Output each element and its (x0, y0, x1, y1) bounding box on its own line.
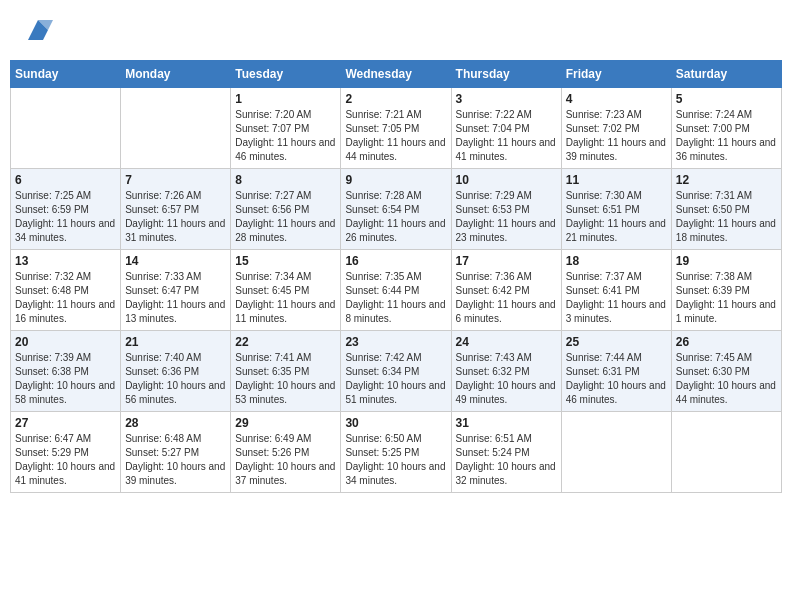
calendar-cell: 25Sunrise: 7:44 AM Sunset: 6:31 PM Dayli… (561, 331, 671, 412)
day-info: Sunrise: 7:24 AM Sunset: 7:00 PM Dayligh… (676, 108, 777, 164)
column-header-monday: Monday (121, 61, 231, 88)
day-number: 3 (456, 92, 557, 106)
header (10, 10, 782, 50)
column-header-saturday: Saturday (671, 61, 781, 88)
day-info: Sunrise: 7:45 AM Sunset: 6:30 PM Dayligh… (676, 351, 777, 407)
day-number: 27 (15, 416, 116, 430)
calendar-cell: 28Sunrise: 6:48 AM Sunset: 5:27 PM Dayli… (121, 412, 231, 493)
day-number: 8 (235, 173, 336, 187)
calendar-cell: 26Sunrise: 7:45 AM Sunset: 6:30 PM Dayli… (671, 331, 781, 412)
calendar-cell: 13Sunrise: 7:32 AM Sunset: 6:48 PM Dayli… (11, 250, 121, 331)
day-info: Sunrise: 6:47 AM Sunset: 5:29 PM Dayligh… (15, 432, 116, 488)
day-number: 1 (235, 92, 336, 106)
day-info: Sunrise: 7:37 AM Sunset: 6:41 PM Dayligh… (566, 270, 667, 326)
day-number: 15 (235, 254, 336, 268)
column-header-wednesday: Wednesday (341, 61, 451, 88)
day-number: 12 (676, 173, 777, 187)
calendar-week-row: 1Sunrise: 7:20 AM Sunset: 7:07 PM Daylig… (11, 88, 782, 169)
day-info: Sunrise: 7:38 AM Sunset: 6:39 PM Dayligh… (676, 270, 777, 326)
calendar-cell: 1Sunrise: 7:20 AM Sunset: 7:07 PM Daylig… (231, 88, 341, 169)
day-number: 20 (15, 335, 116, 349)
day-info: Sunrise: 6:50 AM Sunset: 5:25 PM Dayligh… (345, 432, 446, 488)
calendar-header-row: SundayMondayTuesdayWednesdayThursdayFrid… (11, 61, 782, 88)
day-info: Sunrise: 6:51 AM Sunset: 5:24 PM Dayligh… (456, 432, 557, 488)
day-info: Sunrise: 7:31 AM Sunset: 6:50 PM Dayligh… (676, 189, 777, 245)
day-info: Sunrise: 7:42 AM Sunset: 6:34 PM Dayligh… (345, 351, 446, 407)
day-number: 29 (235, 416, 336, 430)
day-number: 14 (125, 254, 226, 268)
calendar-cell: 8Sunrise: 7:27 AM Sunset: 6:56 PM Daylig… (231, 169, 341, 250)
day-number: 9 (345, 173, 446, 187)
day-number: 23 (345, 335, 446, 349)
calendar-cell: 11Sunrise: 7:30 AM Sunset: 6:51 PM Dayli… (561, 169, 671, 250)
calendar-cell: 29Sunrise: 6:49 AM Sunset: 5:26 PM Dayli… (231, 412, 341, 493)
calendar-week-row: 20Sunrise: 7:39 AM Sunset: 6:38 PM Dayli… (11, 331, 782, 412)
day-info: Sunrise: 6:49 AM Sunset: 5:26 PM Dayligh… (235, 432, 336, 488)
calendar-cell: 21Sunrise: 7:40 AM Sunset: 6:36 PM Dayli… (121, 331, 231, 412)
calendar-cell: 22Sunrise: 7:41 AM Sunset: 6:35 PM Dayli… (231, 331, 341, 412)
calendar-week-row: 27Sunrise: 6:47 AM Sunset: 5:29 PM Dayli… (11, 412, 782, 493)
calendar-cell (561, 412, 671, 493)
calendar-cell: 20Sunrise: 7:39 AM Sunset: 6:38 PM Dayli… (11, 331, 121, 412)
day-info: Sunrise: 7:34 AM Sunset: 6:45 PM Dayligh… (235, 270, 336, 326)
calendar-cell (671, 412, 781, 493)
calendar-cell: 7Sunrise: 7:26 AM Sunset: 6:57 PM Daylig… (121, 169, 231, 250)
day-info: Sunrise: 6:48 AM Sunset: 5:27 PM Dayligh… (125, 432, 226, 488)
calendar-cell: 6Sunrise: 7:25 AM Sunset: 6:59 PM Daylig… (11, 169, 121, 250)
column-header-sunday: Sunday (11, 61, 121, 88)
day-number: 2 (345, 92, 446, 106)
day-info: Sunrise: 7:36 AM Sunset: 6:42 PM Dayligh… (456, 270, 557, 326)
day-info: Sunrise: 7:25 AM Sunset: 6:59 PM Dayligh… (15, 189, 116, 245)
day-info: Sunrise: 7:44 AM Sunset: 6:31 PM Dayligh… (566, 351, 667, 407)
day-number: 25 (566, 335, 667, 349)
column-header-tuesday: Tuesday (231, 61, 341, 88)
day-info: Sunrise: 7:20 AM Sunset: 7:07 PM Dayligh… (235, 108, 336, 164)
calendar-cell: 2Sunrise: 7:21 AM Sunset: 7:05 PM Daylig… (341, 88, 451, 169)
calendar-cell: 10Sunrise: 7:29 AM Sunset: 6:53 PM Dayli… (451, 169, 561, 250)
day-number: 21 (125, 335, 226, 349)
calendar-cell: 19Sunrise: 7:38 AM Sunset: 6:39 PM Dayli… (671, 250, 781, 331)
calendar-cell: 15Sunrise: 7:34 AM Sunset: 6:45 PM Dayli… (231, 250, 341, 331)
day-info: Sunrise: 7:28 AM Sunset: 6:54 PM Dayligh… (345, 189, 446, 245)
day-info: Sunrise: 7:32 AM Sunset: 6:48 PM Dayligh… (15, 270, 116, 326)
day-number: 22 (235, 335, 336, 349)
day-info: Sunrise: 7:39 AM Sunset: 6:38 PM Dayligh… (15, 351, 116, 407)
logo (20, 15, 53, 45)
day-number: 13 (15, 254, 116, 268)
day-info: Sunrise: 7:22 AM Sunset: 7:04 PM Dayligh… (456, 108, 557, 164)
calendar-week-row: 13Sunrise: 7:32 AM Sunset: 6:48 PM Dayli… (11, 250, 782, 331)
day-number: 7 (125, 173, 226, 187)
day-number: 26 (676, 335, 777, 349)
logo-icon (23, 15, 53, 45)
calendar-cell: 16Sunrise: 7:35 AM Sunset: 6:44 PM Dayli… (341, 250, 451, 331)
day-number: 5 (676, 92, 777, 106)
calendar-cell: 14Sunrise: 7:33 AM Sunset: 6:47 PM Dayli… (121, 250, 231, 331)
calendar-cell: 23Sunrise: 7:42 AM Sunset: 6:34 PM Dayli… (341, 331, 451, 412)
day-info: Sunrise: 7:35 AM Sunset: 6:44 PM Dayligh… (345, 270, 446, 326)
column-header-thursday: Thursday (451, 61, 561, 88)
day-info: Sunrise: 7:21 AM Sunset: 7:05 PM Dayligh… (345, 108, 446, 164)
day-number: 31 (456, 416, 557, 430)
day-number: 28 (125, 416, 226, 430)
day-number: 4 (566, 92, 667, 106)
calendar-cell: 4Sunrise: 7:23 AM Sunset: 7:02 PM Daylig… (561, 88, 671, 169)
day-info: Sunrise: 7:29 AM Sunset: 6:53 PM Dayligh… (456, 189, 557, 245)
calendar-cell: 24Sunrise: 7:43 AM Sunset: 6:32 PM Dayli… (451, 331, 561, 412)
calendar-cell: 18Sunrise: 7:37 AM Sunset: 6:41 PM Dayli… (561, 250, 671, 331)
column-header-friday: Friday (561, 61, 671, 88)
day-info: Sunrise: 7:40 AM Sunset: 6:36 PM Dayligh… (125, 351, 226, 407)
calendar-cell: 3Sunrise: 7:22 AM Sunset: 7:04 PM Daylig… (451, 88, 561, 169)
calendar-cell: 30Sunrise: 6:50 AM Sunset: 5:25 PM Dayli… (341, 412, 451, 493)
calendar-table: SundayMondayTuesdayWednesdayThursdayFrid… (10, 60, 782, 493)
day-info: Sunrise: 7:33 AM Sunset: 6:47 PM Dayligh… (125, 270, 226, 326)
day-info: Sunrise: 7:26 AM Sunset: 6:57 PM Dayligh… (125, 189, 226, 245)
calendar-cell: 5Sunrise: 7:24 AM Sunset: 7:00 PM Daylig… (671, 88, 781, 169)
day-info: Sunrise: 7:41 AM Sunset: 6:35 PM Dayligh… (235, 351, 336, 407)
calendar-cell: 9Sunrise: 7:28 AM Sunset: 6:54 PM Daylig… (341, 169, 451, 250)
day-number: 18 (566, 254, 667, 268)
day-number: 24 (456, 335, 557, 349)
day-number: 17 (456, 254, 557, 268)
calendar-cell (11, 88, 121, 169)
day-number: 10 (456, 173, 557, 187)
calendar-cell (121, 88, 231, 169)
